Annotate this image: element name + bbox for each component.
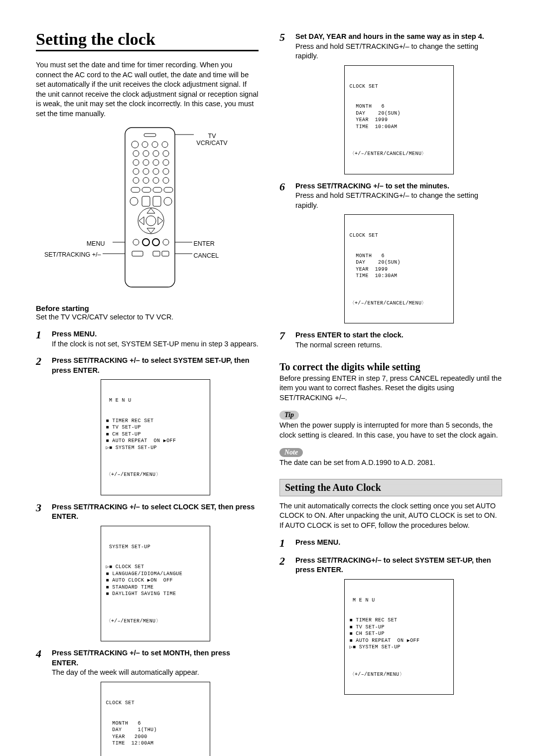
step-2: 2 Press SET/TRACKING +/– to select SYSTE… [36, 356, 259, 495]
osd-footer: 〈+/–/ENTER/CANCEL/MENU〉 [350, 300, 448, 307]
note-body: The date can be set from A.D.1990 to A.D… [279, 458, 502, 468]
correct-digits-body: Before pressing ENTER in step 7, press C… [279, 374, 502, 403]
note-badge: Note [279, 448, 303, 457]
step-title: Press ENTER to start the clock. [295, 330, 502, 340]
step-number: 7 [279, 330, 290, 350]
step-number: 2 [36, 356, 47, 495]
step-title: Press MENU. [52, 329, 259, 339]
osd-head: M E N U [106, 397, 205, 404]
step-body: Press and hold SET/TRACKING+/– to change… [295, 191, 502, 210]
tip-badge: Tip [279, 411, 299, 420]
step-1: 1 Press MENU. If the clock is not set, S… [36, 329, 259, 349]
auto-step-1: 1 Press MENU. [279, 538, 502, 549]
before-starting-text: Set the TV VCR/CATV selector to TV VCR. [36, 312, 259, 322]
auto-clock-body: The unit automatically corrects the cloc… [279, 501, 502, 531]
osd-footer: 〈+/–/ENTER/MENU〉 [350, 671, 448, 678]
auto-step-2: 2 Press SET/TRACKING+/– to select SYSTEM… [279, 556, 502, 695]
osd-system-setup: SYSTEM SET-UP ▷■ CLOCK SET ■ LANGUAGE/ID… [101, 526, 210, 642]
intro-paragraph: You must set the date and time for timer… [36, 60, 259, 119]
osd-footer: 〈+/–/ENTER/MENU〉 [106, 471, 205, 478]
step-5: 5 Set DAY, YEAR and hours in the same wa… [279, 32, 502, 174]
label-tvvcr: TV VCR/CATV [195, 133, 230, 147]
correct-digits-heading: To correct the digits while setting [279, 361, 502, 373]
step-3: 3 Press SET/TRACKING +/– to select CLOCK… [36, 502, 259, 642]
step-number: 1 [279, 538, 290, 549]
osd-menu: M E N U ■ TIMER REC SET ■ TV SET-UP ■ CH… [101, 379, 210, 495]
label-enter: ENTER [194, 240, 215, 247]
step-title: Press SET/TRACKING +/– to select CLOCK S… [52, 502, 259, 522]
step-title: Press SET/TRACKING +/– to set MONTH, the… [52, 648, 259, 668]
osd-clock-set-step5: CLOCK SET MONTH 6 DAY 20(SUN) YEAR 1999 … [344, 65, 454, 174]
label-menu: MENU [87, 240, 105, 247]
step-6: 6 Press SET/TRACKING +/– to set the minu… [279, 181, 502, 324]
step-number: 3 [36, 502, 47, 642]
osd-lines: ■ TIMER REC SET ■ TV SET-UP ■ CH SET-UP … [350, 617, 448, 651]
step-number: 1 [36, 329, 47, 349]
label-settracking: SET/TRACKING +/– [44, 251, 101, 258]
step-body: The day of the week will automatically a… [52, 668, 259, 678]
tip-body: When the power supply is interrupted for… [279, 421, 502, 440]
step-7: 7 Press ENTER to start the clock. The no… [279, 330, 502, 350]
osd-head: CLOCK SET [350, 83, 448, 90]
before-starting-heading: Before starting [36, 304, 259, 312]
auto-clock-heading: Setting the Auto Clock [279, 479, 502, 496]
osd-head: SYSTEM SET-UP [106, 544, 205, 551]
osd-footer: 〈+/–/ENTER/MENU〉 [106, 618, 205, 625]
osd-head: CLOCK SET [350, 232, 448, 239]
right-column: 5 Set DAY, YEAR and hours in the same wa… [279, 30, 502, 756]
step-title: Press SET/TRACKING +/– to select SYSTEM … [52, 356, 259, 375]
step-title: Press MENU. [295, 538, 502, 548]
osd-lines: MONTH 6 DAY 20(SUN) YEAR 1999 TIME 10:30… [350, 253, 448, 280]
step-title: Press SET/TRACKING+/– to select SYSTEM S… [295, 556, 502, 575]
osd-clock-set-step4: CLOCK SET MONTH 6 DAY 1(THU) YEAR 2000 T… [101, 682, 210, 756]
step-number: 2 [279, 556, 290, 695]
osd-lines: MONTH 6 DAY 1(THU) YEAR 2000 TIME 12:00A… [106, 720, 205, 747]
osd-lines: ▷■ CLOCK SET ■ LANGUAGE/IDIOMA/LANGUE ■ … [106, 564, 205, 598]
step-title: Press SET/TRACKING +/– to set the minute… [295, 181, 502, 191]
left-column: Setting the clock You must set the date … [36, 30, 259, 756]
osd-lines: ■ TIMER REC SET ■ TV SET-UP ■ CH SET-UP … [106, 418, 205, 452]
step-body: If the clock is not set, SYSTEM SET-UP m… [52, 339, 259, 349]
step-body: The normal screen returns. [295, 340, 502, 350]
page-title: Setting the clock [36, 30, 259, 51]
label-cancel: CANCEL [194, 252, 219, 259]
step-number: 4 [36, 648, 47, 756]
remote-diagram: TV VCR/CATV MENU SET/TRACKING +/– ENTER … [36, 124, 259, 295]
osd-menu-auto: M E N U ■ TIMER REC SET ■ TV SET-UP ■ CH… [344, 579, 454, 695]
osd-footer: 〈+/–/ENTER/CANCEL/MENU〉 [350, 151, 448, 157]
step-title: Set DAY, YEAR and hours in the same way … [295, 32, 502, 42]
step-number: 6 [279, 181, 290, 324]
step-4: 4 Press SET/TRACKING +/– to set MONTH, t… [36, 648, 259, 756]
step-number: 5 [279, 32, 290, 174]
step-body: Press and hold SET/TRACKING+/– to change… [295, 42, 502, 61]
osd-head: M E N U [350, 597, 448, 604]
osd-clock-set-step6: CLOCK SET MONTH 6 DAY 20(SUN) YEAR 1999 … [344, 214, 454, 323]
osd-head: CLOCK SET [106, 700, 205, 707]
osd-lines: MONTH 6 DAY 20(SUN) YEAR 1999 TIME 10:00… [350, 103, 448, 130]
